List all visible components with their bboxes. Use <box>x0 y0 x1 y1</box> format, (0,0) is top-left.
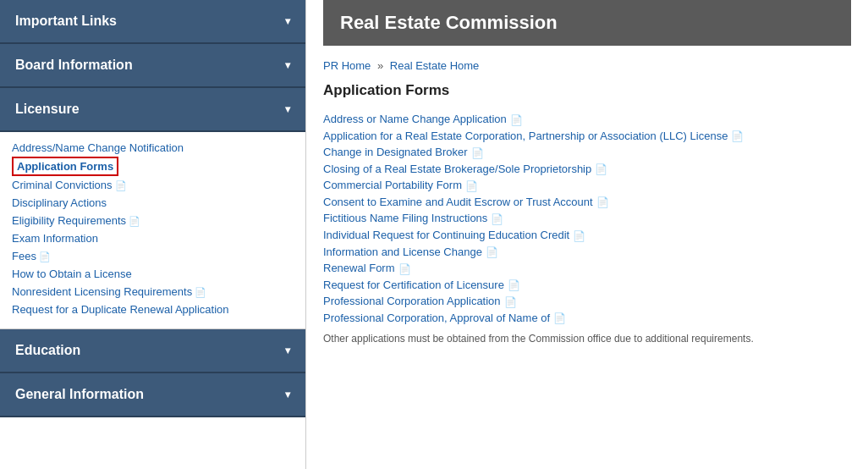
sidebar-section-label-general-information: General Information <box>15 387 144 402</box>
sidebar-section-label-education: Education <box>15 343 80 358</box>
form-link-individual-request-ce[interactable]: Individual Request for Continuing Educat… <box>323 227 851 244</box>
breadcrumb-current[interactable]: Real Estate Home <box>390 59 480 72</box>
file-icon: 📄 <box>465 180 477 192</box>
file-icon: 📄 <box>553 312 565 324</box>
file-icon: 📄 <box>504 296 516 308</box>
file-icon: 📄 <box>491 213 503 225</box>
form-list: Address or Name Change Application📄Appli… <box>323 111 851 326</box>
sidebar-link-criminal-convictions[interactable]: Criminal Convictions <box>12 176 294 194</box>
form-link-closing-brokerage[interactable]: Closing of a Real Estate Brokerage/Sole … <box>323 161 851 178</box>
sidebar-link-nonresident[interactable]: Nonresident Licensing Requirements <box>12 283 294 301</box>
page-title: Real Estate Commission <box>323 0 851 46</box>
file-icon: 📄 <box>508 279 519 291</box>
chevron-down-icon: ▾ <box>285 59 290 71</box>
breadcrumb-home[interactable]: PR Home <box>323 59 371 72</box>
form-link-change-designated-broker[interactable]: Change in Designated Broker📄 <box>323 144 851 161</box>
sidebar-section-general-information[interactable]: General Information▾ <box>0 373 305 417</box>
chevron-down-icon: ▾ <box>285 15 290 27</box>
sidebar-section-important-links[interactable]: Important Links▾ <box>0 0 305 44</box>
file-icon: 📄 <box>573 230 585 242</box>
form-link-renewal-form[interactable]: Renewal Form📄 <box>323 260 851 277</box>
form-link-professional-corp-app[interactable]: Professional Corporation Application📄 <box>323 293 851 310</box>
breadcrumb-separator: » <box>374 59 386 72</box>
form-link-request-cert-licensure[interactable]: Request for Certification of Licensure📄 <box>323 277 851 294</box>
form-link-addr-name-change[interactable]: Address or Name Change Application📄 <box>323 111 851 128</box>
sidebar-section-label-licensure: Licensure <box>15 102 80 117</box>
sidebar-link-disciplinary-actions[interactable]: Disciplinary Actions <box>12 194 294 212</box>
sidebar-link-address-name-change[interactable]: Address/Name Change Notification <box>12 139 294 157</box>
chevron-down-icon: ▾ <box>285 103 290 115</box>
file-icon: 📄 <box>486 246 497 258</box>
main-content: Real Estate CommissionPR Home » Real Est… <box>306 0 868 469</box>
form-link-consent-examine[interactable]: Consent to Examine and Audit Escrow or T… <box>323 194 851 211</box>
sidebar-section-education[interactable]: Education▾ <box>0 329 305 373</box>
sidebar-section-board-information[interactable]: Board Information▾ <box>0 44 305 88</box>
form-link-info-license-change[interactable]: Information and License Change📄 <box>323 244 851 261</box>
section-heading: Application Forms <box>323 82 851 102</box>
sidebar-link-how-to-obtain[interactable]: How to Obtain a License <box>12 265 294 283</box>
sidebar-section-label-important-links: Important Links <box>15 14 117 29</box>
sidebar-link-fees[interactable]: Fees <box>12 247 294 265</box>
chevron-down-icon: ▾ <box>285 389 290 400</box>
additional-note: Other applications must be obtained from… <box>323 333 851 345</box>
breadcrumb: PR Home » Real Estate Home <box>323 54 851 82</box>
file-icon: 📄 <box>596 196 608 208</box>
form-link-re-corp[interactable]: Application for a Real Estate Corporatio… <box>323 128 851 145</box>
file-icon: 📄 <box>595 163 607 175</box>
file-icon: 📄 <box>398 263 410 275</box>
sidebar-link-exam-information[interactable]: Exam Information <box>12 229 294 247</box>
sidebar-link-eligibility-requirements[interactable]: Eligibility Requirements <box>12 212 294 229</box>
file-icon: 📄 <box>731 130 743 142</box>
form-link-fictitious-name[interactable]: Fictitious Name Filing Instructions📄 <box>323 210 851 227</box>
sidebar-link-application-forms[interactable]: Application Forms <box>12 157 118 176</box>
chevron-down-icon: ▾ <box>285 345 290 356</box>
sidebar-link-duplicate-renewal[interactable]: Request for a Duplicate Renewal Applicat… <box>12 301 294 318</box>
file-icon: 📄 <box>471 147 483 159</box>
sidebar-section-label-board-information: Board Information <box>15 58 133 73</box>
form-link-commercial-portability[interactable]: Commercial Portability Form📄 <box>323 177 851 194</box>
sidebar-links-licensure: Address/Name Change NotificationApplicat… <box>0 132 305 329</box>
form-link-professional-corp-approval[interactable]: Professional Corporation, Approval of Na… <box>323 310 851 327</box>
sidebar: Important Links▾Board Information▾Licens… <box>0 0 306 469</box>
sidebar-section-licensure[interactable]: Licensure▾ <box>0 88 305 132</box>
file-icon: 📄 <box>510 114 522 126</box>
